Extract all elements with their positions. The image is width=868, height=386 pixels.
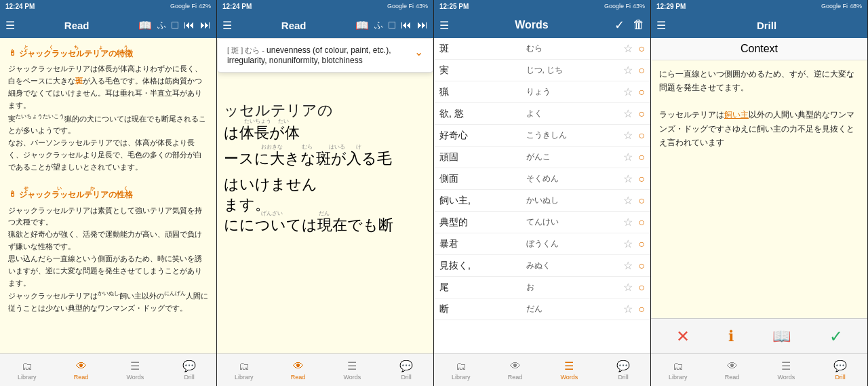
star-icon[interactable]: ☆ <box>623 129 633 142</box>
star-icon[interactable]: ☆ <box>623 85 633 98</box>
circle-icon[interactable]: ○ <box>638 130 645 142</box>
tab-words-2[interactable]: ☰ Words <box>326 354 380 386</box>
definition-popup[interactable]: ⌄ [ 斑 ] むら - unevenness (of colour, pain… <box>217 38 433 73</box>
word-actions: ☆ ○ <box>596 103 650 125</box>
context-label: Context <box>651 38 867 60</box>
table-row[interactable]: 見抜く, みぬく ☆ ○ <box>434 255 650 277</box>
forward-icon-1[interactable]: ⏭ <box>200 19 211 31</box>
book-icon-1[interactable]: 📖 <box>138 19 152 32</box>
square-icon-1[interactable]: □ <box>172 19 178 31</box>
highlight-mura[interactable]: 斑 <box>75 77 83 85</box>
drill-icon-3: 💬 <box>616 360 630 372</box>
book-icon-2[interactable]: 📖 <box>355 19 369 32</box>
menu-icon-4[interactable]: ☰ <box>656 19 666 32</box>
tab-read-2[interactable]: 👁 Read <box>271 354 326 386</box>
circle-icon[interactable]: ○ <box>638 238 645 250</box>
star-icon[interactable]: ☆ <box>623 151 633 163</box>
menu-icon-2[interactable]: ☰ <box>222 19 232 32</box>
table-row[interactable]: 頑固 がんこ ☆ ○ <box>434 147 650 168</box>
signal-3: Google Fi <box>604 3 631 9</box>
word-reading: がんこ <box>521 147 597 168</box>
table-row[interactable]: 欲, 慾 よく ☆ ○ <box>434 103 650 125</box>
table-row[interactable]: 実 じつ, じち ☆ ○ <box>434 60 650 81</box>
forward-icon-2[interactable]: ⏭ <box>417 19 428 31</box>
tab-read-4[interactable]: 👁 Read <box>705 354 760 386</box>
menu-icon-1[interactable]: ☰ <box>5 19 15 32</box>
drill-info-button[interactable]: ℹ <box>728 328 734 345</box>
library-icon-3: 🗂 <box>456 360 467 372</box>
table-row[interactable]: 断 だん ☆ ○ <box>434 298 650 320</box>
section-heading-2: ジャックラッセルテリアの性格せいかく <box>19 186 133 201</box>
circle-icon[interactable]: ○ <box>638 303 645 315</box>
popup-chevron[interactable]: ⌄ <box>414 45 423 58</box>
tab-drill-3[interactable]: 💬 Drill <box>596 354 650 386</box>
circle-icon[interactable]: ○ <box>638 108 645 120</box>
tab-read-label-4: Read <box>725 374 740 381</box>
fu-icon-2[interactable]: ふ <box>374 19 383 31</box>
star-icon[interactable]: ☆ <box>623 259 633 272</box>
table-row[interactable]: 好奇心 こうきしん ☆ ○ <box>434 125 650 147</box>
star-icon[interactable]: ☆ <box>623 281 633 294</box>
circle-icon[interactable]: ○ <box>638 64 645 77</box>
word-reading: じつ, じち <box>521 60 597 81</box>
status-bar-2: 12:24 PM Google Fi 43% <box>217 0 433 12</box>
circle-icon[interactable]: ○ <box>638 151 645 163</box>
tab-words-3[interactable]: ☰ Words <box>542 354 597 386</box>
table-row[interactable]: 斑 むら ☆ ○ <box>434 38 650 60</box>
circle-icon[interactable]: ○ <box>638 260 645 272</box>
tab-words-4[interactable]: ☰ Words <box>760 354 814 386</box>
tab-library-label-1: Library <box>18 374 37 381</box>
table-row[interactable]: 猟 りょう ☆ ○ <box>434 81 650 103</box>
star-icon[interactable]: ☆ <box>623 237 633 250</box>
back-icon-2[interactable]: ⏮ <box>401 19 412 31</box>
star-icon[interactable]: ☆ <box>623 216 633 229</box>
tab-library-1[interactable]: 🗂 Library <box>0 354 54 386</box>
tab-read-1[interactable]: 👁 Read <box>54 354 108 386</box>
star-icon[interactable]: ☆ <box>623 42 633 55</box>
star-icon[interactable]: ☆ <box>623 303 633 315</box>
big-line-2: たいちょう たい は体長が体 <box>224 123 427 143</box>
tab-library-3[interactable]: 🗂 Library <box>434 354 488 386</box>
star-icon[interactable]: ☆ <box>623 64 633 77</box>
tab-drill-2[interactable]: 💬 Drill <box>379 354 433 386</box>
star-icon[interactable]: ☆ <box>623 172 633 185</box>
tab-library-4[interactable]: 🗂 Library <box>651 354 705 386</box>
drill-cancel-button[interactable]: ✕ <box>676 327 690 346</box>
tab-words-1[interactable]: ☰ Words <box>108 354 163 386</box>
table-row[interactable]: 典型的 てんけい ☆ ○ <box>434 212 650 233</box>
table-row[interactable]: 側面 そくめん ☆ ○ <box>434 168 650 190</box>
star-icon[interactable]: ☆ <box>623 107 633 120</box>
square-icon-2[interactable]: □ <box>389 19 395 31</box>
tab-library-label-3: Library <box>452 374 471 381</box>
tab-read-3[interactable]: 👁 Read <box>488 354 542 386</box>
status-icons-4: Google Fi 48% <box>821 3 862 9</box>
words-icon-2: ☰ <box>347 360 357 372</box>
circle-icon[interactable]: ○ <box>638 86 645 98</box>
menu-icon-3[interactable]: ☰ <box>439 19 449 32</box>
tab-library-2[interactable]: 🗂 Library <box>217 354 271 386</box>
circle-icon[interactable]: ○ <box>638 173 645 185</box>
circle-icon[interactable]: ○ <box>638 195 645 207</box>
word-kanji: 欲, 慾 <box>434 103 521 125</box>
table-row[interactable]: 暴君 ぼうくん ☆ ○ <box>434 233 650 255</box>
fu-icon-1[interactable]: ふ <box>157 19 166 31</box>
trash-icon[interactable]: 🗑 <box>633 18 645 33</box>
circle-icon[interactable]: ○ <box>638 43 645 55</box>
star-icon[interactable]: ☆ <box>623 194 633 207</box>
table-row[interactable]: 尾 お ☆ ○ <box>434 277 650 298</box>
drill-book-button[interactable]: 📖 <box>772 328 791 345</box>
checkmark-icon[interactable]: ✓ <box>614 18 625 33</box>
drill-confirm-button[interactable]: ✓ <box>829 327 843 346</box>
tab-words-label-1: Words <box>126 374 144 381</box>
drill-text-area: にら一直線といつ側囲かめるため、すが、逆に大変な問題を発生させてます。 ラッセル… <box>651 60 867 318</box>
tab-drill-1[interactable]: 💬 Drill <box>162 354 216 386</box>
status-bar-1: 12:24 PM Google Fi 42% <box>0 0 216 12</box>
tab-drill-label-2: Drill <box>401 374 412 381</box>
tab-bar-1: 🗂 Library 👁 Read ☰ Words 💬 Drill <box>0 353 216 386</box>
circle-icon[interactable]: ○ <box>638 282 645 294</box>
nav-actions-words: ✓ 🗑 <box>614 18 645 33</box>
table-row[interactable]: 飼い主, かいぬし ☆ ○ <box>434 190 650 212</box>
circle-icon[interactable]: ○ <box>638 216 645 229</box>
tab-drill-4[interactable]: 💬 Drill <box>813 354 867 386</box>
back-icon-1[interactable]: ⏮ <box>184 19 195 31</box>
